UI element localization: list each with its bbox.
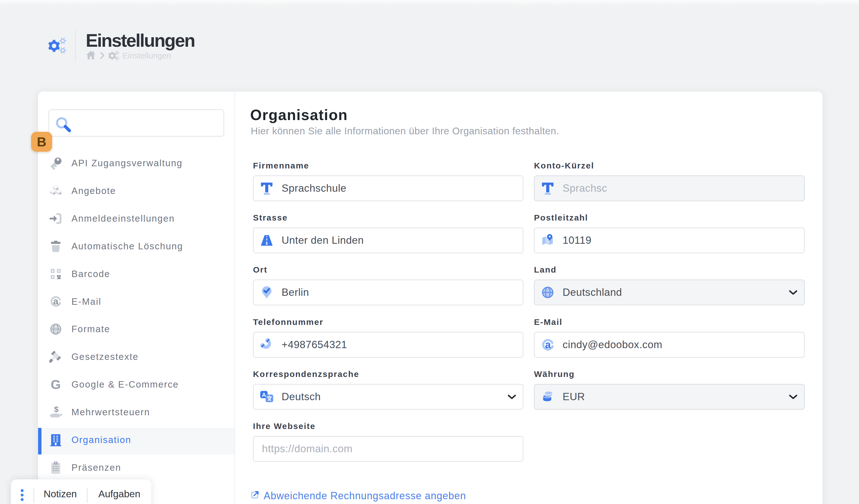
svg-text:A: A bbox=[262, 392, 266, 398]
svg-text:a: a bbox=[545, 339, 551, 350]
svg-text:$: $ bbox=[54, 406, 59, 414]
svg-text:a: a bbox=[53, 296, 59, 306]
svg-text:G: G bbox=[51, 378, 61, 391]
